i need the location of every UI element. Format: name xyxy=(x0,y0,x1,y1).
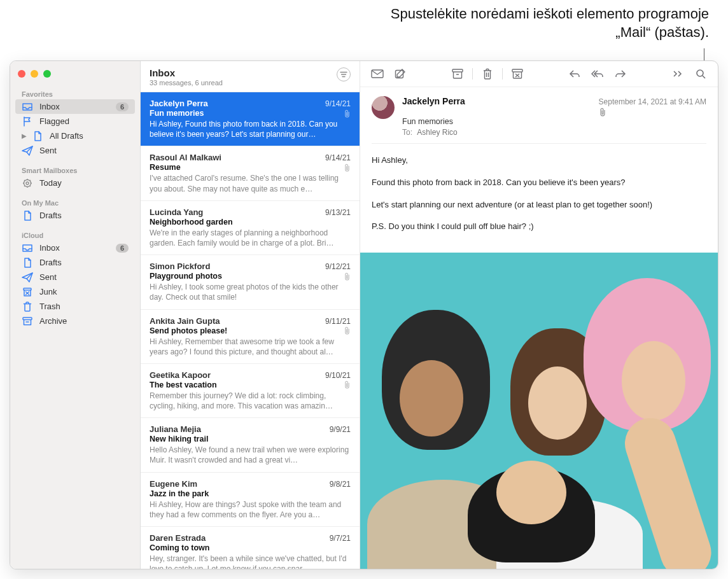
filter-button[interactable] xyxy=(337,67,351,81)
doc-icon xyxy=(22,211,33,220)
archive-icon xyxy=(452,69,463,79)
minimize-window-button[interactable] xyxy=(31,70,38,78)
sidebar-item-flagged[interactable]: Flagged xyxy=(10,114,140,129)
attachment-icon xyxy=(344,326,351,335)
message-sender: Simon Pickford xyxy=(150,262,210,271)
unread-badge: 6 xyxy=(116,244,129,253)
search-button[interactable] xyxy=(691,66,710,81)
body-paragraph: P.S. Do you think I could pull off blue … xyxy=(372,220,706,234)
sidebar-item-all-drafts[interactable]: ▶All Drafts xyxy=(10,129,140,143)
body-paragraph: Let's start planning our next adventure … xyxy=(372,199,706,212)
message-row[interactable]: Rasoul Al Malkawi9/14/21ResumeI've attac… xyxy=(141,146,360,200)
reply-all-button[interactable] xyxy=(588,66,607,81)
delete-button[interactable] xyxy=(478,66,497,81)
sidebar-item-label: All Drafts xyxy=(50,131,129,141)
sidebar-item-label: Flagged xyxy=(39,116,129,126)
header-subject: Fun memories xyxy=(402,117,706,126)
sidebar-item-drafts[interactable]: Drafts xyxy=(10,255,140,270)
sidebar-item-trash[interactable]: Trash xyxy=(10,299,140,314)
sidebar-item-sent[interactable]: Sent xyxy=(10,270,140,284)
window-controls xyxy=(10,66,140,87)
sidebar-item-label: Archive xyxy=(39,316,129,326)
message-body: Hi Ashley,Found this photo from back in … xyxy=(360,144,718,253)
header-sender: Jackelyn Perra xyxy=(402,96,465,106)
sidebar-item-drafts[interactable]: Drafts xyxy=(10,208,140,223)
message-subject: The best vacation xyxy=(150,380,217,389)
attachment-icon xyxy=(344,109,351,118)
sidebar-item-sent[interactable]: Sent xyxy=(10,143,140,158)
message-date: 9/9/21 xyxy=(330,425,351,434)
forward-icon xyxy=(615,69,626,78)
attachment-icon xyxy=(344,380,351,389)
archive-button[interactable] xyxy=(448,66,467,81)
forward-button[interactable] xyxy=(611,66,630,81)
message-preview: Hi Ashley, Remember that awesome trip we… xyxy=(150,337,351,357)
message-subject: Fun memories xyxy=(150,109,204,118)
sidebar-item-junk[interactable]: Junk xyxy=(10,284,140,299)
sidebar-item-label: Drafts xyxy=(39,258,129,267)
sidebar-item-label: Junk xyxy=(39,287,129,296)
svg-rect-14 xyxy=(512,69,522,72)
svg-line-16 xyxy=(703,76,705,78)
message-preview: Hi Ashley, I took some great photos of t… xyxy=(150,282,351,302)
reply-button[interactable] xyxy=(565,66,584,81)
message-row[interactable]: Geetika Kapoor9/10/21The best vacationRe… xyxy=(141,364,360,418)
trash-icon xyxy=(482,68,493,80)
sidebar-item-label: Inbox xyxy=(39,102,109,111)
message-row[interactable]: Ankita Jain Gupta9/11/21Send photos plea… xyxy=(141,310,360,364)
message-date: 9/12/21 xyxy=(325,262,351,271)
zoom-window-button[interactable] xyxy=(43,70,51,78)
doc-icon xyxy=(22,258,33,267)
chevrons-right-icon xyxy=(673,70,683,78)
envelope-icon xyxy=(371,69,384,78)
list-header: Inbox 33 messages, 6 unread xyxy=(141,61,360,92)
sidebar-item-inbox[interactable]: Inbox6 xyxy=(10,241,140,255)
compose-button[interactable] xyxy=(391,66,410,81)
message-sender: Eugene Kim xyxy=(150,479,197,489)
close-window-button[interactable] xyxy=(18,70,25,78)
help-annotation: Spustelėkite norėdami ieškoti elemento p… xyxy=(353,5,709,41)
message-date: 9/7/21 xyxy=(330,534,351,543)
body-paragraph: Hi Ashley, xyxy=(372,154,706,167)
body-paragraph: Found this photo from back in 2018. Can … xyxy=(372,176,706,190)
unread-badge: 6 xyxy=(116,102,129,111)
message-preview: I've attached Carol's resume. She's the … xyxy=(150,173,351,193)
message-row[interactable]: Simon Pickford9/12/21Playground photosHi… xyxy=(141,255,360,309)
filter-icon xyxy=(340,71,347,78)
sidebar-item-label: Sent xyxy=(39,146,129,155)
mailbox-subtitle: 33 messages, 6 unread xyxy=(150,79,223,87)
message-preview: Hey, stranger. It's been a while since w… xyxy=(150,554,351,569)
sidebar-item-label: Inbox xyxy=(39,243,109,253)
message-sender: Daren Estrada xyxy=(150,533,206,543)
svg-point-15 xyxy=(697,70,703,76)
separator xyxy=(472,68,473,80)
sidebar-item-today[interactable]: Today xyxy=(10,176,140,190)
junk-icon xyxy=(22,288,33,296)
mark-read-button[interactable] xyxy=(368,66,387,81)
message-row[interactable]: Juliana Mejia9/9/21New hiking trailHello… xyxy=(141,418,360,472)
avatar xyxy=(372,96,395,119)
message-list[interactable]: Jackelyn Perra9/14/21Fun memoriesHi Ashl… xyxy=(141,92,360,569)
reply-icon xyxy=(569,69,580,78)
sidebar-section-title: Favorites xyxy=(10,87,140,99)
svg-point-1 xyxy=(26,182,29,185)
svg-rect-3 xyxy=(23,317,32,320)
message-row[interactable]: Lucinda Yang9/13/21Neighborhood gardenWe… xyxy=(141,201,360,255)
junk-button[interactable] xyxy=(508,66,527,81)
message-row[interactable]: Jackelyn Perra9/14/21Fun memoriesHi Ashl… xyxy=(141,92,360,146)
message-subject: Neighborhood garden xyxy=(150,218,233,227)
sidebar-section-title: iCloud xyxy=(10,228,140,241)
message-sender: Jackelyn Perra xyxy=(150,99,208,108)
message-sender: Geetika Kapoor xyxy=(150,370,211,380)
message-preview: Remember this journey? We did a lot: roc… xyxy=(150,391,351,411)
sidebar-item-label: Trash xyxy=(39,302,129,311)
sidebar-item-archive[interactable]: Archive xyxy=(10,314,140,328)
more-button[interactable] xyxy=(668,66,687,81)
message-row[interactable]: Daren Estrada9/7/21Coming to townHey, st… xyxy=(141,527,360,569)
message-subject: New hiking trail xyxy=(150,435,208,443)
sidebar-item-inbox[interactable]: Inbox6 xyxy=(15,99,135,114)
message-date: 9/13/21 xyxy=(325,208,351,217)
svg-point-0 xyxy=(24,179,31,186)
junk-icon xyxy=(512,69,523,79)
message-row[interactable]: Eugene Kim9/8/21Jazz in the parkHi Ashle… xyxy=(141,473,360,527)
